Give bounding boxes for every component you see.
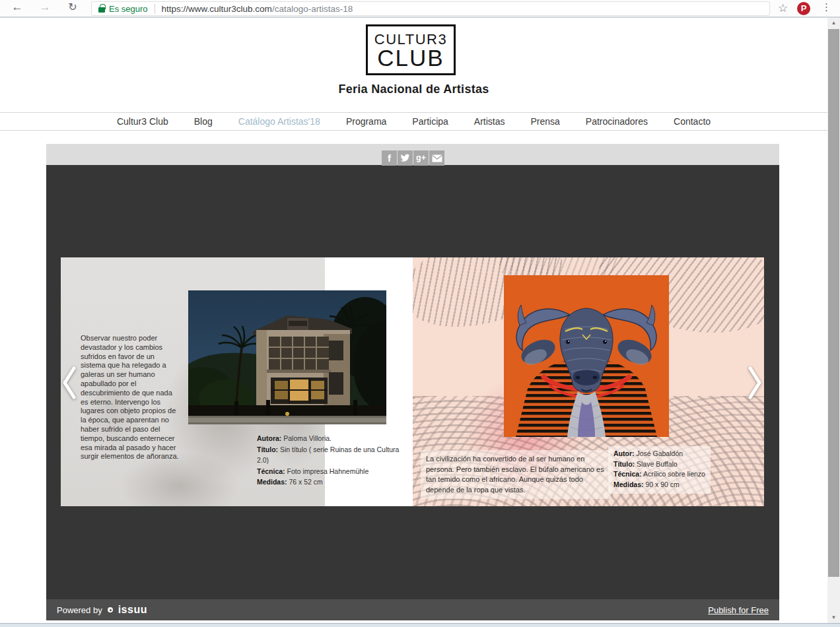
artwork-info-right: Autor: José Gabaldón Título: Slave Buffa… <box>608 446 711 494</box>
info-label: Medidas: <box>257 478 287 486</box>
info-label: Medidas: <box>613 480 644 488</box>
nav-item-artistas[interactable]: Artistas <box>474 116 505 127</box>
site-logo[interactable]: CULTUR3 CLUB <box>366 24 456 75</box>
nav-item-programa[interactable]: Programa <box>346 116 386 127</box>
vertical-scrollbar[interactable]: ▲ ▼ <box>827 18 840 623</box>
scroll-down-icon[interactable]: ▼ <box>827 612 840 623</box>
info-value: Sin título ( serie Ruinas de una Cultura… <box>257 446 399 465</box>
back-icon[interactable]: ← <box>9 1 25 14</box>
twitter-icon <box>400 154 410 162</box>
share-twitter-button[interactable] <box>398 150 413 166</box>
nav-item-blog[interactable]: Blog <box>194 116 213 127</box>
next-page-button[interactable] <box>746 366 763 400</box>
catalog-page-left[interactable]: Observar nuestro poder devastador y los … <box>61 257 413 506</box>
issuu-logo-icon <box>108 607 113 612</box>
powered-by-label: Powered by <box>57 605 102 615</box>
url-host: https://www.cultur3club.com <box>162 4 272 14</box>
email-icon <box>432 154 442 162</box>
main-navigation: Cultur3 Club Blog Catálogo Artistas'18 P… <box>0 112 827 131</box>
info-value: Acrílico sobre lienzo <box>643 470 705 478</box>
address-bar[interactable]: Es seguro https://www.cultur3club.com/ca… <box>91 1 770 16</box>
info-label: Título: <box>613 460 635 468</box>
share-facebook-button[interactable]: f <box>382 150 397 166</box>
browser-toolbar: ← → ↻ Es seguro https://www.cultur3club.… <box>0 0 840 18</box>
info-row: Autor: José Gabaldón <box>613 449 705 459</box>
info-row: Medidas: 76 x 52 cm <box>257 477 413 488</box>
logo-line2: CLUB <box>368 45 454 71</box>
info-label: Autor: <box>613 449 635 457</box>
publish-for-free-link[interactable]: Publish for Free <box>708 605 769 615</box>
info-label: Autora: <box>257 434 281 442</box>
nav-item-cultur3-club[interactable]: Cultur3 Club <box>117 116 168 127</box>
site-tagline: Feria Nacional de Artistas <box>0 82 827 96</box>
info-row: Título: Slave Buffalo <box>613 459 705 470</box>
info-value: Slave Buffalo <box>637 460 678 468</box>
share-buttons: f g+ <box>382 150 444 166</box>
browser-menu-icon[interactable]: ⋮ <box>822 1 831 13</box>
artwork-photo-ruins <box>188 290 386 424</box>
info-row: Técnica: Acrílico sobre lienzo <box>613 469 705 480</box>
bookmark-star-icon[interactable]: ☆ <box>778 1 788 15</box>
nav-item-patrocinadores[interactable]: Patrocinadores <box>586 116 648 127</box>
browser-window: ← → ↻ Es seguro https://www.cultur3club.… <box>0 0 840 627</box>
info-row: Autora: Paloma Villoria. <box>257 433 413 444</box>
nav-item-prensa[interactable]: Prensa <box>531 116 560 127</box>
artist-statement-left: Observar nuestro poder devastador y los … <box>81 334 181 461</box>
info-label: Técnica: <box>613 470 642 478</box>
pinterest-extension-icon[interactable]: P <box>797 2 810 15</box>
artwork-info-left: Autora: Paloma Villoria. Título: Sin tít… <box>257 433 413 488</box>
url-path: /catalogo-artistas-18 <box>272 4 353 14</box>
info-label: Técnica: <box>257 467 285 475</box>
issuu-viewer-embed: f g+ Observar nuestro poder devastador y… <box>46 144 779 620</box>
info-label: Título: <box>257 446 278 453</box>
nav-item-contacto[interactable]: Contacto <box>674 116 711 127</box>
scroll-up-icon[interactable]: ▲ <box>827 18 840 28</box>
security-label: Es seguro <box>109 4 148 14</box>
window-bottom-edge <box>0 623 840 627</box>
secure-lock-icon <box>98 7 105 13</box>
issuu-footer-bar: Powered by issuu Publish for Free <box>46 599 779 620</box>
artwork-painting-buffalo <box>504 275 669 437</box>
previous-page-button[interactable] <box>61 366 78 400</box>
scrollbar-thumb[interactable] <box>828 29 839 577</box>
artist-statement-right: La civilización ha convertido de al ser … <box>421 450 611 499</box>
nav-item-catalogo-artistas[interactable]: Catálogo Artistas'18 <box>238 116 320 127</box>
info-value: 90 x 90 cm <box>645 480 679 488</box>
forward-icon[interactable]: → <box>37 1 53 14</box>
nav-item-participa[interactable]: Participa <box>412 116 448 127</box>
issuu-wordmark: issuu <box>118 604 147 616</box>
catalog-page-right[interactable]: La civilización ha convertido de al ser … <box>413 257 764 506</box>
info-row: Título: Sin título ( serie Ruinas de una… <box>257 444 413 466</box>
reload-icon[interactable]: ↻ <box>65 1 81 13</box>
info-value: Paloma Villoria. <box>283 434 332 442</box>
info-value: Foto impresa Hahnemühle <box>287 467 369 475</box>
share-googleplus-button[interactable]: g+ <box>413 150 429 166</box>
facebook-icon: f <box>388 153 391 163</box>
powered-by-issuu[interactable]: Powered by issuu <box>57 604 147 616</box>
share-email-button[interactable] <box>429 150 444 166</box>
info-row: Técnica: Foto impresa Hahnemühle <box>257 466 413 477</box>
omnibox-divider <box>155 4 155 14</box>
google-plus-icon: g+ <box>416 154 426 162</box>
info-row: Medidas: 90 x 90 cm <box>613 480 705 490</box>
info-value: 76 x 52 cm <box>289 478 322 486</box>
info-value: José Gabaldón <box>636 449 683 457</box>
